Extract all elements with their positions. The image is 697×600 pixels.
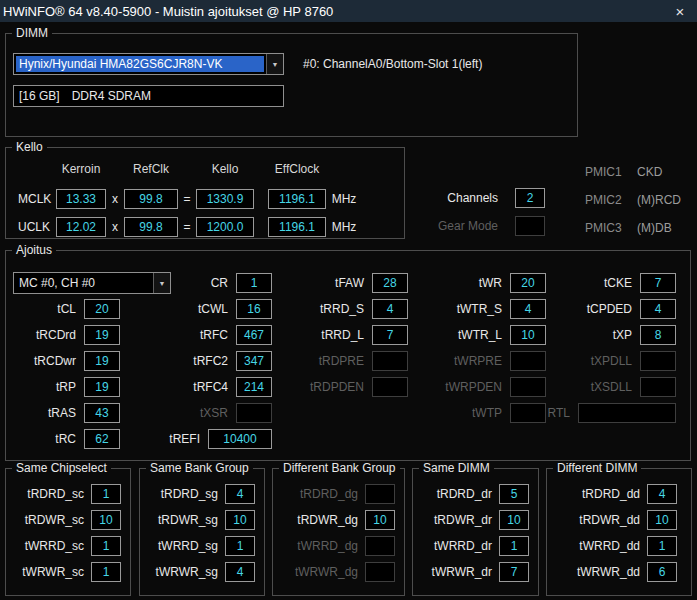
turnaround-row: tRDRD_sc 1 — [8, 481, 130, 507]
timing-label: tWRRD_dr — [434, 539, 492, 553]
timing-label: tRAS — [48, 406, 76, 420]
pmic1-row: PMIC1 CKD — [585, 163, 693, 181]
close-icon[interactable]: × — [663, 0, 697, 22]
timing-label: tXP — [613, 328, 632, 342]
timing-label: tRP — [56, 380, 76, 394]
timing-label: tRDRD_dr — [437, 487, 492, 501]
turnaround-row: tWRWR_sc 1 — [8, 559, 130, 585]
timing-cell: tCKE 7 — [556, 270, 686, 296]
timings-group: Ajoitus CR 1 tFAW 28 tWR 20 tCKE — [5, 250, 691, 461]
timing-label: tRDRD_sg — [161, 487, 218, 501]
timing-cell: tRRD_S 4 — [282, 296, 418, 322]
timing-cell: tRDPRE — [282, 348, 418, 374]
turnaround-row: tRDRD_dd 4 — [549, 481, 691, 507]
timing-value-box — [365, 536, 395, 556]
turnaround-rows: tRDRD_dd 4 tRDWR_dd 10 tWRRD_dd 1 tWRWR_… — [549, 481, 691, 585]
timing-value-box: 347 — [236, 351, 272, 371]
timing-value-box: 10400 — [208, 429, 272, 449]
timing-value-box — [510, 403, 546, 423]
timing-label: tREFI — [169, 432, 200, 446]
turnaround-row: tRDWR_sc 10 — [8, 507, 130, 533]
dimm-module-select[interactable]: Hynix/Hyundai HMA82GS6CJR8N-VK ▼ — [13, 53, 284, 75]
timing-cell: tCWL 16 — [130, 296, 282, 322]
timing-label: CR — [211, 276, 228, 290]
turnaround-rows: tRDRD_sc 1 tRDWR_sc 10 tWRRD_sc 1 tWRWR_… — [8, 481, 130, 585]
timing-cell: tFAW 28 — [282, 270, 418, 296]
timing-label: tXPDLL — [591, 354, 632, 368]
clock-row-uclk: UCLK 12.02 x 99.8 = 1200.0 1196.1 MHz — [18, 217, 362, 237]
timing-value-box: 6 — [647, 562, 677, 582]
timing-label: tWRPRE — [454, 354, 502, 368]
dimm-group-title: DIMM — [12, 26, 52, 41]
title-bar[interactable]: HWiNFO® 64 v8.40-5900 - Muistin ajoituks… — [0, 0, 697, 22]
timing-value-box: 20 — [510, 273, 546, 293]
timing-label: RTL — [548, 406, 570, 420]
timing-label: tRDWR_dg — [297, 513, 358, 527]
timing-cell: RTL — [556, 400, 686, 426]
turnaround-row: tRDWR_dr 10 — [415, 507, 538, 533]
chevron-down-icon[interactable]: ▼ — [266, 54, 283, 74]
timing-value-box: 10 — [510, 325, 546, 345]
timing-value-box: 16 — [236, 299, 272, 319]
chevron-down-icon[interactable]: ▼ — [153, 273, 170, 293]
pmic2-row: PMIC2 (M)RCD — [585, 191, 693, 209]
timing-value-box: 214 — [236, 377, 272, 397]
timing-label: tWRRD_dd — [579, 539, 640, 553]
uclk-clock-box: 1200.0 — [196, 217, 254, 237]
timing-value-box: 10 — [365, 510, 395, 530]
timing-label: tRFC — [200, 328, 228, 342]
timing-value-box: 10 — [225, 510, 255, 530]
pmic1-label: PMIC1 — [585, 165, 637, 179]
turnaround-row: tRDRD_dr 5 — [415, 481, 538, 507]
timing-value-box: 5 — [499, 484, 529, 504]
timing-label: tWRRD_dg — [297, 539, 358, 553]
timing-value-box: 20 — [84, 299, 120, 319]
timings-group-title: Ajoitus — [12, 243, 56, 258]
timing-cell: tXPDLL — [556, 348, 686, 374]
clock-row-label: UCLK — [18, 220, 56, 234]
clock-row-mclk: MCLK 13.33 x 99.8 = 1330.9 1196.1 MHz — [18, 189, 362, 209]
group-same-bank-group: Same Bank Group tRDRD_sg 4 tRDWR_sg 10 t… — [139, 468, 265, 596]
timing-cell: tRCDwr 19 — [12, 348, 130, 374]
timing-label: tCL — [57, 302, 76, 316]
timing-value-box — [510, 351, 546, 371]
turnaround-row: tWRWR_dd 6 — [549, 559, 691, 585]
timing-value-box — [236, 403, 272, 423]
timing-label: tXSDLL — [591, 380, 632, 394]
timing-value-box: 7 — [372, 325, 408, 345]
timing-value-box: 4 — [510, 299, 546, 319]
multiply-sign: x — [106, 220, 124, 234]
timing-label: tFAW — [335, 276, 364, 290]
clock-column-headers: Kerroin RefClk Kello EffClock — [56, 162, 326, 176]
timing-label: tRRD_S — [320, 302, 364, 316]
header-ratio: Kerroin — [56, 162, 106, 176]
dimm-size: [16 GB] — [19, 89, 60, 103]
turnaround-row: tWRRD_dr 1 — [415, 533, 538, 559]
gear-mode-value-box — [515, 216, 545, 236]
turnaround-row: tWRWR_sg 4 — [142, 559, 264, 585]
header-refclk: RefClk — [124, 162, 178, 176]
timing-cell: tWRPDEN — [418, 374, 556, 400]
timing-label: tRFC4 — [193, 380, 228, 394]
pmic2-value: (M)RCD — [637, 193, 693, 207]
timings-grid: CR 1 tFAW 28 tWR 20 tCKE 7 tCL 20 — [12, 270, 686, 452]
timing-value-box: 1 — [91, 484, 121, 504]
turnaround-row: tWRWR_dr 7 — [415, 559, 538, 585]
header-clock: Kello — [196, 162, 254, 176]
mclk-ratio-box: 13.33 — [56, 189, 106, 209]
equals-sign: = — [178, 192, 196, 206]
turnaround-row: tWRRD_sc 1 — [8, 533, 130, 559]
window-title: HWiNFO® 64 v8.40-5900 - Muistin ajoituks… — [0, 4, 663, 19]
timing-label: tCWL — [198, 302, 228, 316]
memory-controller-select[interactable]: MC #0, CH #0 ▼ — [13, 272, 171, 294]
timing-value-box: 43 — [84, 403, 120, 423]
timing-value-box: 10 — [91, 510, 121, 530]
timing-cell: tRRD_L 7 — [282, 322, 418, 348]
timing-label: tRDPDEN — [310, 380, 364, 394]
multiply-sign: x — [106, 192, 124, 206]
group-same-dimm: Same DIMM tRDRD_dr 5 tRDWR_dr 10 tWRRD_d… — [412, 468, 539, 596]
clock-row-label: MCLK — [18, 192, 56, 206]
dimm-memory-type: DDR4 SDRAM — [72, 89, 151, 103]
mhz-unit: MHz — [326, 192, 362, 206]
timing-label: tWR — [479, 276, 502, 290]
